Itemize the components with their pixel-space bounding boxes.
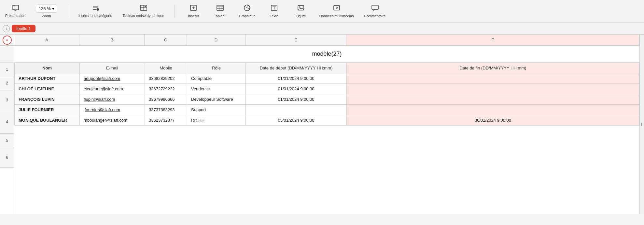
graphique-label: Graphique	[239, 14, 255, 18]
svg-marker-27	[298, 8, 304, 10]
row-title-num	[0, 46, 14, 63]
header-email: E-mail	[80, 63, 145, 73]
presentation-icon	[12, 5, 19, 12]
cell-date-fin-5[interactable]	[347, 105, 639, 115]
add-sheet-button[interactable]: +	[3, 25, 10, 32]
cell-name-6[interactable]: MONIQUE BOULANGER	[15, 115, 80, 126]
col-header-c: C	[145, 35, 187, 45]
cell-role-4[interactable]: Developpeur Software	[187, 94, 246, 105]
toolbar-zoom[interactable]: 125 % ▾ Zoom	[36, 5, 57, 18]
table-row: CHLOÉ LEJEUNEcleujeune@siafr.com33672729…	[15, 84, 639, 94]
insert-category-label: Insérer une catégorie	[78, 14, 112, 18]
insert-category-icon	[92, 5, 99, 12]
row-num-header: 1	[0, 63, 14, 76]
cell-name-4[interactable]: FRANÇOIS LUPIN	[15, 94, 80, 105]
col-header-f: F	[346, 35, 639, 45]
cell-name-3[interactable]: CHLOÉ LEJEUNE	[15, 84, 80, 94]
toolbar-insert-category[interactable]: Insérer une catégorie	[78, 5, 112, 18]
svg-marker-30	[336, 7, 338, 9]
cell-email-4[interactable]: flupin@siafr.com	[80, 94, 145, 105]
toolbar-presentation[interactable]: Présentation	[5, 5, 25, 18]
row-num-3: 3	[0, 90, 14, 110]
zoom-label: Zoom	[42, 14, 51, 18]
toolbar-tableau-croise[interactable]: Tableau croisé dynamique	[123, 5, 164, 18]
sidebar-handle-icon: ⏸	[639, 122, 644, 127]
cell-date-debut-4[interactable]: 01/01/2024 9:00:00	[246, 94, 347, 105]
cell-date-fin-4[interactable]	[347, 94, 639, 105]
svg-rect-26	[298, 6, 304, 10]
cell-name-5[interactable]: JULIE FOURNIER	[15, 105, 80, 115]
donnees-multimedia-label: Données multimédias	[319, 14, 354, 18]
separator-2	[175, 5, 175, 18]
toolbar-tableau[interactable]: Tableau	[212, 5, 228, 18]
cell-email-5[interactable]: jfournier@siafr.com	[80, 105, 145, 115]
spreadsheet-area: ● 1 2 3 4 5 6 A B C D E F modèle(27)	[0, 35, 644, 214]
figure-label: Figure	[296, 14, 306, 18]
svg-rect-29	[334, 6, 340, 10]
cell-name-2[interactable]: ARTHUR DUPONT	[15, 73, 80, 84]
donnees-multimedia-icon	[333, 5, 340, 13]
row-num-4: 4	[0, 110, 14, 134]
svg-rect-3	[13, 6, 15, 9]
cell-email-6[interactable]: mboulanger@siafr.com	[80, 115, 145, 126]
tableau-croise-label: Tableau croisé dynamique	[123, 14, 164, 18]
cell-email-2[interactable]: adupont@siafr.com	[80, 73, 145, 84]
header-mobile: Mobile	[145, 63, 187, 73]
cell-role-6[interactable]: RR.HH	[187, 115, 246, 126]
header-date-fin: Date de fin (DD/MM/YYYY HH:mm)	[347, 63, 639, 73]
toolbar-figure[interactable]: Figure	[293, 5, 309, 18]
cell-date-fin-3[interactable]	[347, 84, 639, 94]
inserer-label: Insérer	[188, 14, 199, 18]
table-row: ARTHUR DUPONTadupont@siafr.com3368282920…	[15, 73, 639, 84]
svg-rect-31	[372, 5, 378, 9]
cell-date-debut-6[interactable]: 05/01/2024 9:00:00	[246, 115, 347, 126]
cell-date-fin-2[interactable]	[347, 73, 639, 84]
plus-icon: +	[5, 26, 7, 31]
toolbar-donnees-multimedia[interactable]: Données multimédias	[319, 5, 354, 18]
cell-mobile-5[interactable]: 33737383293	[145, 105, 187, 115]
cell-role-5[interactable]: Support	[187, 105, 246, 115]
cell-email-3[interactable]: cleujeune@siafr.com	[80, 84, 145, 94]
row-num-6: 6	[0, 147, 14, 168]
main-table-area: A B C D E F modèle(27) No	[14, 35, 639, 214]
chevron-down-icon: ▾	[52, 6, 54, 11]
cell-date-fin-6[interactable]: 30/01/2024 9:00:00	[347, 115, 639, 126]
toolbar-graphique[interactable]: Graphique	[239, 5, 255, 18]
header-date-debut: Date de début (DD/MM/YYYY HH:mm)	[246, 63, 347, 73]
cell-date-debut-3[interactable]: 01/01/2024 9:00:00	[246, 84, 347, 94]
col-header-a: A	[14, 35, 79, 45]
circle-icon: ●	[6, 38, 8, 42]
svg-marker-32	[373, 9, 374, 11]
sidebar-handle[interactable]: ⏸	[639, 35, 644, 214]
tableau-icon	[217, 5, 224, 13]
circle-select-button[interactable]: ●	[3, 36, 12, 45]
cell-mobile-6[interactable]: 33623732877	[145, 115, 187, 126]
cell-mobile-2[interactable]: 33682829202	[145, 73, 187, 84]
data-table: Nom E-mail Mobile Rôle Date de début (DD…	[14, 63, 639, 126]
toolbar-commentaire[interactable]: Commentaire	[364, 5, 386, 18]
sheet-tab-1[interactable]: feuille 1	[12, 25, 35, 32]
inserer-icon	[190, 5, 197, 13]
toolbar-texte[interactable]: Texte	[266, 5, 282, 18]
column-headers: A B C D E F	[14, 35, 639, 46]
svg-line-22	[245, 7, 247, 8]
svg-rect-16	[217, 5, 223, 10]
cell-date-debut-2[interactable]: 01/01/2024 9:00:00	[246, 73, 347, 84]
col-header-d: D	[187, 35, 245, 45]
cell-role-2[interactable]: Comptable	[187, 73, 246, 84]
cell-role-3[interactable]: Vendeuse	[187, 84, 246, 94]
sheet-tab-label: feuille 1	[16, 26, 31, 31]
figure-icon	[297, 5, 304, 13]
col-header-e: E	[245, 35, 346, 45]
presentation-label: Présentation	[5, 14, 25, 18]
toolbar-inserer[interactable]: Insérer	[185, 5, 202, 18]
col-header-b: B	[79, 35, 145, 45]
cell-mobile-3[interactable]: 33672729222	[145, 84, 187, 94]
toolbar: Présentation 125 % ▾ Zoom Insérer une ca…	[0, 0, 644, 23]
svg-rect-10	[140, 5, 147, 10]
zoom-button[interactable]: 125 % ▾	[36, 5, 57, 13]
table-row: MONIQUE BOULANGERmboulanger@siafr.com336…	[15, 115, 639, 126]
table-row: JULIE FOURNIERjfournier@siafr.com3373738…	[15, 105, 639, 115]
cell-date-debut-5[interactable]	[246, 105, 347, 115]
cell-mobile-4[interactable]: 33679996666	[145, 94, 187, 105]
